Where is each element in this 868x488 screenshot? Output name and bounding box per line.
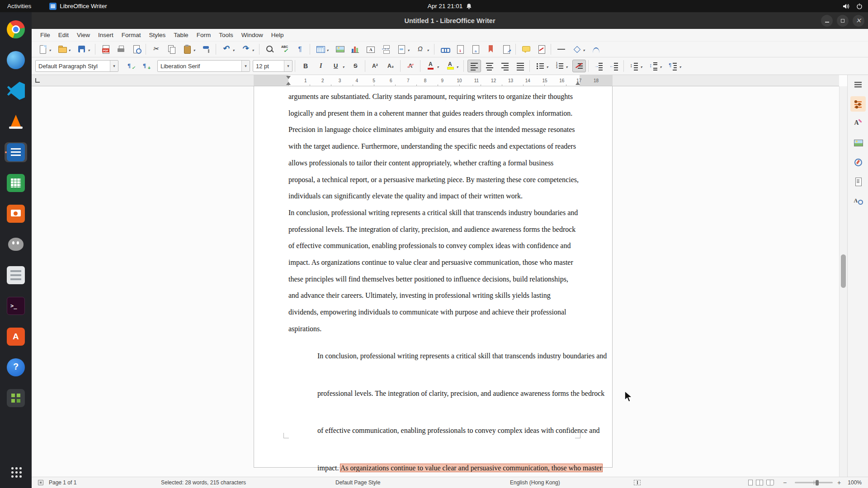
dock-item-vscode[interactable]	[5, 81, 27, 101]
vertical-scrollbar[interactable]	[839, 86, 847, 477]
menu-format[interactable]: Format	[118, 29, 145, 42]
font-size-selector[interactable]: 12 pt	[253, 60, 292, 72]
cut-button[interactable]	[150, 43, 163, 56]
new-style-button[interactable]	[139, 60, 153, 72]
dock-item-terminal[interactable]	[5, 296, 27, 316]
dock-item-gimp[interactable]	[5, 235, 27, 254]
dock-item-libreoffice-writer[interactable]	[5, 142, 27, 162]
chevron-down-icon[interactable]	[241, 61, 250, 71]
activities-button[interactable]: Activities	[7, 3, 31, 9]
footnote-button[interactable]	[453, 43, 467, 56]
find-replace-button[interactable]	[263, 43, 277, 56]
dropdown-arrow-icon[interactable]	[565, 62, 569, 70]
spelling-button[interactable]	[278, 43, 292, 56]
insert-field-button[interactable]	[395, 43, 412, 56]
left-indent-marker[interactable]	[286, 82, 291, 85]
save-button[interactable]	[75, 43, 93, 56]
dropdown-arrow-icon[interactable]	[67, 45, 71, 53]
gallery-button[interactable]	[850, 135, 866, 150]
dock-item-chrome[interactable]	[5, 19, 27, 39]
page-style-indicator[interactable]: Default Page Style	[335, 479, 380, 486]
horizontal-ruler[interactable]: 123456789101112131415161718	[32, 75, 839, 86]
minimize-button[interactable]	[821, 15, 833, 27]
new-document-button[interactable]	[36, 43, 54, 56]
subscript-button[interactable]	[384, 60, 398, 72]
redo-button[interactable]	[239, 43, 257, 56]
clone-formatting-button[interactable]	[200, 43, 213, 56]
font-name-selector[interactable]: Liberation Serif	[157, 60, 250, 72]
print-preview-button[interactable]	[130, 43, 143, 56]
dock-item-software-updater[interactable]	[5, 388, 27, 408]
print-button[interactable]	[114, 43, 128, 56]
indent-options-button[interactable]	[666, 60, 684, 72]
zoom-out-button[interactable]: −	[783, 479, 787, 486]
dropdown-arrow-icon[interactable]	[678, 62, 682, 70]
insert-comment-button[interactable]	[519, 43, 533, 56]
copy-button[interactable]	[165, 43, 179, 56]
volume-icon[interactable]	[843, 3, 850, 9]
page-number-indicator[interactable]: Page 1 of 1	[49, 479, 76, 486]
export-pdf-button[interactable]	[99, 43, 113, 56]
document-area[interactable]: arguments are substantiated. Clarity sta…	[32, 86, 839, 477]
dropdown-arrow-icon[interactable]	[426, 45, 430, 53]
book-view-icon[interactable]	[766, 480, 774, 486]
dropdown-arrow-icon[interactable]	[192, 45, 196, 53]
paragraph-style-selector[interactable]: Default Paragraph Styl	[35, 60, 118, 72]
freeform-line-button[interactable]	[590, 43, 603, 56]
insert-text-box-button[interactable]	[364, 43, 377, 56]
styles-button[interactable]	[850, 116, 866, 131]
selection-mode-icon[interactable]	[634, 480, 641, 485]
dock-item-files[interactable]	[5, 265, 27, 285]
dropdown-arrow-icon[interactable]	[87, 45, 91, 53]
ordered-list-button[interactable]	[553, 60, 571, 72]
dock-item-firefox[interactable]	[5, 50, 27, 70]
hyperlink-button[interactable]	[438, 43, 452, 56]
menu-styles[interactable]: Styles	[145, 29, 170, 42]
font-color-button[interactable]	[424, 60, 442, 72]
dropdown-arrow-icon[interactable]	[455, 62, 459, 70]
insert-image-button[interactable]	[333, 43, 347, 56]
paste-button[interactable]	[180, 43, 198, 56]
insert-chart-button[interactable]	[349, 43, 362, 56]
dropdown-arrow-icon[interactable]	[639, 62, 643, 70]
menu-insert[interactable]: Insert	[94, 29, 118, 42]
dropdown-arrow-icon[interactable]	[659, 62, 663, 70]
menu-file[interactable]: File	[36, 29, 54, 42]
power-icon[interactable]	[856, 3, 863, 9]
align-right-button[interactable]	[498, 60, 512, 72]
menu-tools[interactable]: Tools	[215, 29, 237, 42]
decrease-indent-button[interactable]	[608, 60, 621, 72]
dock-item-ubuntu-software[interactable]	[5, 327, 27, 347]
zoom-level[interactable]: 100%	[848, 479, 862, 486]
dropdown-arrow-icon[interactable]	[231, 45, 236, 53]
paragraph-spacing-button[interactable]	[647, 60, 665, 72]
underline-button[interactable]	[330, 60, 347, 72]
page-break-button[interactable]	[379, 43, 393, 56]
insert-table-button[interactable]	[314, 43, 331, 56]
undo-button[interactable]	[220, 43, 237, 56]
cross-reference-button[interactable]	[500, 43, 513, 56]
endnote-button[interactable]	[469, 43, 482, 56]
properties-button[interactable]	[850, 96, 866, 112]
menu-table[interactable]: Table	[170, 29, 192, 42]
maximize-button[interactable]	[837, 15, 849, 27]
sidebar-settings-button[interactable]	[850, 77, 866, 92]
dropdown-arrow-icon[interactable]	[48, 45, 52, 53]
dock-item-libreoffice-calc[interactable]	[5, 173, 27, 193]
italic-button[interactable]	[314, 60, 328, 72]
menu-help[interactable]: Help	[267, 29, 288, 42]
bold-button[interactable]	[299, 60, 312, 72]
title-bar[interactable]: Untitled 1 - LibreOffice Writer	[32, 12, 868, 29]
no-list-button[interactable]	[572, 60, 586, 72]
menu-view[interactable]: View	[73, 29, 94, 42]
word-count-indicator[interactable]: Selected: 28 words, 215 characters	[161, 479, 246, 486]
align-center-button[interactable]	[483, 60, 496, 72]
dropdown-arrow-icon[interactable]	[582, 45, 586, 53]
page-button[interactable]	[850, 174, 866, 189]
document-page[interactable]: arguments are substantiated. Clarity sta…	[254, 86, 613, 468]
menu-form[interactable]: Form	[193, 29, 215, 42]
chevron-down-icon[interactable]	[110, 61, 118, 71]
dock-item-libreoffice-impress[interactable]	[5, 204, 27, 224]
align-left-button[interactable]	[467, 60, 481, 72]
dropdown-arrow-icon[interactable]	[341, 62, 345, 70]
